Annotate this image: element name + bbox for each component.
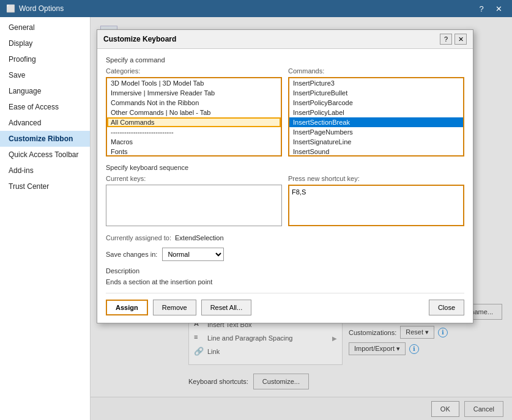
dialog-title: Customize Keyboard (103, 35, 176, 43)
title-bar-close-btn[interactable]: ✕ (491, 2, 506, 15)
categories-list[interactable]: 3D Model Tools | 3D Model Tab Immersive … (106, 77, 282, 157)
category-immersive[interactable]: Immersive | Immersive Reader Tab (107, 88, 281, 98)
sidebar-item-quick-access[interactable]: Quick Access Toolbar (0, 147, 90, 163)
sidebar-item-trust-center[interactable]: Trust Center (0, 179, 90, 194)
specify-command-label: Specify a command (106, 56, 464, 64)
current-keys-col: Current keys: (106, 175, 282, 228)
cmd-insert-policy-barcode[interactable]: InsertPolicyBarcode (289, 98, 463, 108)
title-bar-help-btn[interactable]: ? (474, 2, 489, 15)
category-fonts[interactable]: Fonts (107, 147, 281, 157)
dialog-close-btn[interactable]: ✕ (454, 34, 467, 45)
sidebar-item-proofing[interactable]: Proofing (0, 51, 90, 67)
title-bar-icon: ⬜ (6, 4, 15, 13)
category-other-commands[interactable]: Other Commands | No label - Tab (107, 108, 281, 117)
commands-list[interactable]: InsertPicture3 InsertPictureBullet Inser… (288, 77, 464, 157)
description-label: Description (106, 267, 464, 274)
sidebar-item-display[interactable]: Display (0, 35, 90, 51)
keys-cols: Current keys: Press new shortcut key: (106, 175, 464, 228)
dialog-overlay: Customize Keyboard ? ✕ Specify a command… (91, 17, 512, 420)
press-shortcut-label: Press new shortcut key: (288, 175, 464, 182)
sidebar-item-add-ins[interactable]: Add-ins (0, 163, 90, 179)
shortcut-input[interactable] (292, 188, 461, 196)
sidebar-item-save[interactable]: Save (0, 67, 90, 83)
cmd-insert-sound[interactable]: InsertSound (289, 147, 463, 157)
category-separator: ---------------------------- (107, 127, 281, 137)
save-changes-label: Save changes in: (106, 251, 157, 258)
main-layout: General Display Proofing Save Language E… (0, 17, 512, 420)
keyboard-sequence-label: Specify keyboard sequence (106, 164, 464, 171)
description-text: Ends a section at the insertion point (106, 278, 464, 286)
categories-col: Categories: 3D Model Tools | 3D Model Ta… (106, 67, 282, 157)
save-changes-row: Save changes in: Normal Document1 All Do… (106, 248, 464, 261)
new-shortcut-col: Press new shortcut key: (288, 175, 464, 228)
dialog-title-controls: ? ✕ (440, 34, 467, 45)
assigned-to-value: ExtendSelection (175, 234, 224, 241)
current-keys-label: Current keys: (106, 175, 282, 182)
categories-label: Categories: (106, 67, 282, 75)
assign-button[interactable]: Assign (106, 300, 148, 315)
command-selection-area: Categories: 3D Model Tools | 3D Model Ta… (106, 67, 464, 157)
category-all-commands[interactable]: All Commands (107, 117, 281, 127)
sidebar-item-language[interactable]: Language (0, 83, 90, 99)
dialog-buttons: Assign Remove Reset All... Close (106, 293, 464, 315)
category-3d-model[interactable]: 3D Model Tools | 3D Model Tab (107, 78, 281, 88)
dialog-body: Specify a command Categories: 3D Model T… (97, 49, 473, 323)
shortcut-input-wrapper[interactable] (288, 185, 464, 226)
title-bar-title: Word Options (19, 4, 64, 13)
cmd-insert-section-break[interactable]: InsertSectionBreak (289, 117, 463, 127)
sidebar-item-general[interactable]: General (0, 20, 90, 35)
assigned-to-row: Currently assigned to: ExtendSelection (106, 234, 464, 241)
content-area: Customize the Ribbon and keyboard shortc… (91, 17, 512, 420)
cmd-insert-picture3[interactable]: InsertPicture3 (289, 78, 463, 88)
keyboard-section: Specify keyboard sequence Current keys: … (106, 164, 464, 228)
dialog-titlebar: Customize Keyboard ? ✕ (97, 30, 473, 49)
commands-col: Commands: InsertPicture3 InsertPictureBu… (288, 67, 464, 157)
category-commands-not-in-ribbon[interactable]: Commands Not in the Ribbon (107, 98, 281, 108)
title-bar: ⬜ Word Options ? ✕ (0, 0, 512, 17)
cmd-insert-policy-label[interactable]: InsertPolicyLabel (289, 108, 463, 117)
commands-label: Commands: (288, 67, 464, 75)
cmd-insert-signature-line[interactable]: InsertSignatureLine (289, 137, 463, 147)
save-changes-select[interactable]: Normal Document1 All Documents (162, 248, 224, 261)
assigned-to-label: Currently assigned to: (106, 234, 171, 241)
customize-keyboard-dialog: Customize Keyboard ? ✕ Specify a command… (97, 29, 473, 323)
sidebar: General Display Proofing Save Language E… (0, 17, 91, 420)
remove-button[interactable]: Remove (153, 300, 196, 315)
cmd-insert-page-numbers[interactable]: InsertPageNumbers (289, 127, 463, 137)
reset-all-button[interactable]: Reset All... (201, 300, 252, 315)
dialog-close-button[interactable]: Close (429, 300, 464, 315)
sidebar-item-customize-ribbon[interactable]: Customize Ribbon (0, 131, 90, 147)
cmd-insert-picture-bullet[interactable]: InsertPictureBullet (289, 88, 463, 98)
dialog-help-btn[interactable]: ? (440, 34, 452, 45)
description-section: Description Ends a section at the insert… (106, 267, 464, 286)
sidebar-item-ease-of-access[interactable]: Ease of Access (0, 99, 90, 115)
current-keys-textarea[interactable] (106, 185, 282, 226)
category-macros[interactable]: Macros (107, 137, 281, 147)
sidebar-item-advanced[interactable]: Advanced (0, 115, 90, 131)
